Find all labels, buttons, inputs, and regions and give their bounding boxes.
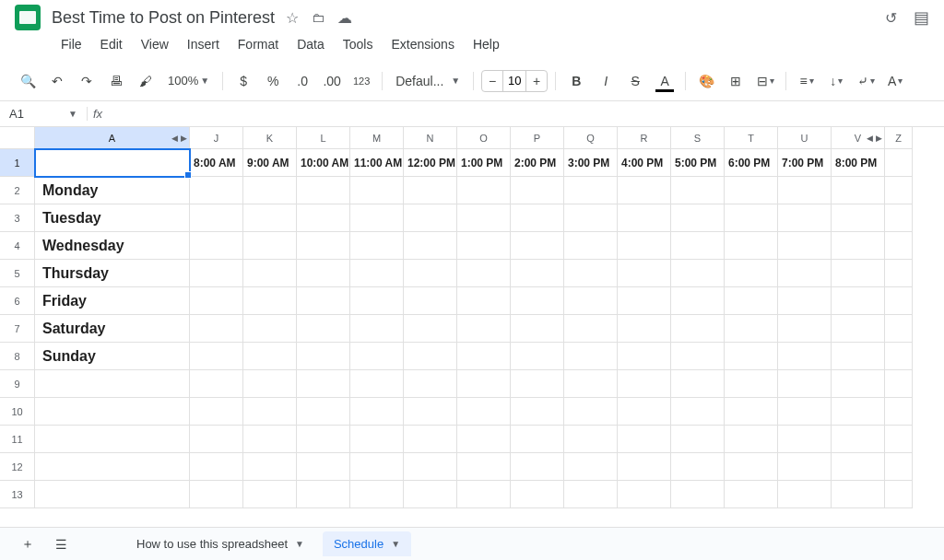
cell[interactable]: 9:00 AM bbox=[243, 149, 297, 177]
sidepanel-icon[interactable]: ▤ bbox=[914, 7, 929, 28]
cell[interactable] bbox=[457, 370, 511, 398]
cell[interactable]: 3:00 PM bbox=[564, 149, 618, 177]
cell[interactable] bbox=[457, 177, 511, 204]
cell[interactable] bbox=[832, 204, 885, 232]
cell[interactable] bbox=[350, 177, 404, 204]
cell[interactable] bbox=[511, 481, 564, 508]
redo-icon[interactable]: ↷ bbox=[74, 68, 100, 94]
all-sheets-icon[interactable]: ☰ bbox=[48, 531, 74, 557]
cell[interactable] bbox=[618, 481, 671, 508]
cell[interactable] bbox=[671, 204, 725, 232]
cell[interactable] bbox=[190, 232, 243, 260]
cell[interactable] bbox=[885, 343, 913, 370]
menu-edit[interactable]: Edit bbox=[93, 33, 130, 55]
star-icon[interactable]: ☆ bbox=[286, 9, 299, 27]
cell[interactable] bbox=[350, 232, 404, 260]
row-header[interactable]: 8 bbox=[0, 343, 35, 370]
cell[interactable] bbox=[671, 177, 725, 204]
cell[interactable] bbox=[404, 481, 457, 508]
row-header[interactable]: 4 bbox=[0, 232, 35, 260]
menu-file[interactable]: File bbox=[53, 33, 89, 55]
cell[interactable] bbox=[511, 260, 564, 287]
cell[interactable] bbox=[832, 232, 885, 260]
cell[interactable] bbox=[832, 177, 885, 204]
cell[interactable] bbox=[778, 232, 832, 260]
cell[interactable] bbox=[885, 481, 913, 508]
cell[interactable]: 2:00 PM bbox=[511, 149, 564, 177]
cell[interactable] bbox=[297, 204, 350, 232]
cell[interactable] bbox=[190, 453, 243, 481]
text-color-icon[interactable]: A bbox=[652, 68, 678, 94]
row-header[interactable]: 12 bbox=[0, 453, 35, 481]
cell[interactable] bbox=[190, 260, 243, 287]
cell[interactable] bbox=[190, 315, 243, 343]
cell[interactable] bbox=[725, 260, 778, 287]
cell[interactable] bbox=[190, 398, 243, 426]
row-header[interactable]: 7 bbox=[0, 315, 35, 343]
cell[interactable] bbox=[618, 453, 671, 481]
cell[interactable]: Wednesday bbox=[35, 232, 190, 260]
cell[interactable] bbox=[457, 453, 511, 481]
cell[interactable] bbox=[725, 287, 778, 315]
row-header[interactable]: 5 bbox=[0, 260, 35, 287]
cell[interactable] bbox=[832, 426, 885, 453]
cell[interactable] bbox=[297, 287, 350, 315]
cell[interactable] bbox=[297, 453, 350, 481]
cell[interactable] bbox=[243, 343, 297, 370]
menu-data[interactable]: Data bbox=[289, 33, 332, 55]
cell[interactable]: 5:00 PM bbox=[671, 149, 725, 177]
cell[interactable] bbox=[778, 315, 832, 343]
more-formats-icon[interactable]: 123 bbox=[348, 68, 374, 94]
cell[interactable] bbox=[778, 453, 832, 481]
cell[interactable] bbox=[35, 453, 190, 481]
cell[interactable] bbox=[511, 453, 564, 481]
row-header[interactable]: 2 bbox=[0, 177, 35, 204]
cell[interactable] bbox=[404, 343, 457, 370]
column-header-t[interactable]: T bbox=[725, 127, 778, 149]
cell[interactable] bbox=[457, 398, 511, 426]
decrease-decimal-icon[interactable]: .0 bbox=[289, 68, 315, 94]
cell[interactable]: 4:00 PM bbox=[618, 149, 671, 177]
row-header[interactable]: 1 bbox=[0, 149, 35, 177]
cell[interactable] bbox=[243, 453, 297, 481]
cell[interactable] bbox=[350, 260, 404, 287]
cell[interactable] bbox=[671, 232, 725, 260]
column-header-r[interactable]: R bbox=[618, 127, 671, 149]
cell[interactable] bbox=[832, 370, 885, 398]
cell[interactable] bbox=[350, 370, 404, 398]
cell[interactable] bbox=[457, 481, 511, 508]
cell[interactable] bbox=[885, 370, 913, 398]
cell[interactable] bbox=[564, 343, 618, 370]
cell[interactable] bbox=[618, 315, 671, 343]
cell[interactable] bbox=[832, 315, 885, 343]
valign-icon[interactable]: ↓▾ bbox=[823, 68, 849, 94]
column-header-j[interactable]: J bbox=[190, 127, 243, 149]
row-header[interactable]: 9 bbox=[0, 370, 35, 398]
row-header[interactable]: 10 bbox=[0, 398, 35, 426]
cell[interactable] bbox=[457, 204, 511, 232]
cell[interactable]: Thursday bbox=[35, 260, 190, 287]
wrap-icon[interactable]: ⤶▾ bbox=[853, 68, 879, 94]
font-size-stepper[interactable]: − + bbox=[481, 70, 548, 92]
cell[interactable] bbox=[885, 426, 913, 453]
column-header-v[interactable]: V◀ ▶ bbox=[832, 127, 885, 149]
cell[interactable] bbox=[618, 204, 671, 232]
cell[interactable] bbox=[243, 370, 297, 398]
row-header[interactable]: 6 bbox=[0, 287, 35, 315]
document-title[interactable]: Best Time to Post on Pinterest bbox=[52, 8, 275, 28]
cell[interactable] bbox=[350, 481, 404, 508]
column-header-o[interactable]: O bbox=[457, 127, 511, 149]
cell[interactable]: Tuesday bbox=[35, 204, 190, 232]
cell[interactable] bbox=[618, 398, 671, 426]
cell[interactable] bbox=[297, 426, 350, 453]
cell[interactable] bbox=[243, 232, 297, 260]
column-header-p[interactable]: P bbox=[511, 127, 564, 149]
cell[interactable] bbox=[671, 481, 725, 508]
cell[interactable] bbox=[885, 260, 913, 287]
cell[interactable] bbox=[618, 260, 671, 287]
column-header-u[interactable]: U bbox=[778, 127, 832, 149]
cell[interactable] bbox=[457, 287, 511, 315]
column-header-s[interactable]: S bbox=[671, 127, 725, 149]
cell[interactable] bbox=[511, 287, 564, 315]
move-icon[interactable]: 🗀 bbox=[312, 10, 324, 25]
